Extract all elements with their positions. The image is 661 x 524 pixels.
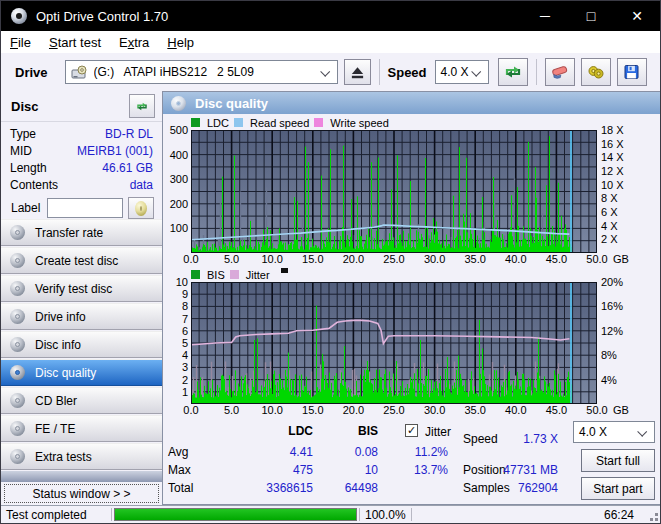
x-tick: 15.0 bbox=[302, 253, 323, 265]
legend-swatch-jitter bbox=[230, 270, 239, 279]
x-axis: 0.05.010.015.020.025.030.035.040.045.050… bbox=[191, 404, 597, 417]
chevron-down-icon bbox=[320, 66, 330, 76]
y-tick: 8% bbox=[601, 349, 617, 361]
sidebar-item-label: Transfer rate bbox=[35, 226, 103, 240]
avg-jitter-value: 11.2% bbox=[378, 445, 448, 459]
menu-item-extra[interactable]: Extra bbox=[110, 31, 158, 53]
y-tick: 10 bbox=[176, 276, 188, 288]
disc-label-button[interactable] bbox=[128, 197, 154, 219]
sidebar-item-transfer-rate[interactable]: Transfer rate bbox=[1, 219, 162, 246]
refresh-button[interactable] bbox=[498, 58, 528, 86]
max-row-label: Max bbox=[168, 463, 191, 477]
total-ldc-value: 3368615 bbox=[223, 481, 313, 495]
legend-label: Write speed bbox=[330, 117, 389, 129]
ldc-column-header: LDC bbox=[223, 424, 313, 438]
x-tick: 20.0 bbox=[343, 404, 364, 416]
y-tick: 500 bbox=[170, 124, 188, 136]
avg-bis-value: 0.08 bbox=[323, 445, 378, 459]
start-full-button[interactable]: Start full bbox=[581, 449, 655, 472]
main-panel: Disc quality LDCRead speedWrite speed 50… bbox=[162, 91, 660, 505]
save-button[interactable] bbox=[617, 58, 647, 86]
total-bis-value: 64498 bbox=[323, 481, 378, 495]
resize-grip[interactable] bbox=[655, 518, 658, 521]
sidebar-item-fe-te[interactable]: FE / TE bbox=[1, 415, 162, 442]
samples-stat-value: 762904 bbox=[488, 481, 558, 495]
disc-field-type: TypeBD-R DL bbox=[1, 125, 162, 142]
erase-disc-button[interactable] bbox=[545, 58, 575, 86]
speed-select[interactable]: 4.0 X bbox=[435, 60, 489, 84]
chart-block: LDCRead speedWrite speed 500400300200100… bbox=[163, 115, 660, 266]
sidebar-item-disc-info[interactable]: Disc info bbox=[1, 331, 162, 358]
legend-label: Jitter bbox=[246, 269, 270, 281]
y-tick: 7 bbox=[182, 313, 188, 325]
eject-button[interactable] bbox=[344, 59, 371, 85]
sidebar-item-label: Extra tests bbox=[35, 450, 92, 464]
cd-icon bbox=[10, 365, 25, 380]
minimize-button[interactable]: ─ bbox=[522, 1, 568, 31]
chart-block: BISJitter 10987654321 20%16%12%8%4% 0.05… bbox=[163, 267, 660, 417]
sidebar-item-label: Disc info bbox=[35, 338, 81, 352]
legend-marker-icon bbox=[281, 268, 288, 273]
x-tick: 25.0 bbox=[383, 253, 404, 265]
y-tick: 200 bbox=[170, 198, 188, 210]
legend-swatch-read-speed bbox=[234, 118, 243, 127]
cd-icon bbox=[10, 393, 25, 408]
sidebar-item-drive-info[interactable]: Drive info bbox=[1, 303, 162, 330]
disc-field-length: Length46.61 GB bbox=[1, 159, 162, 176]
y-tick: 18 X bbox=[601, 124, 624, 136]
stats-area: LDC BIS ✓ Jitter Avg 4.41 0.08 11.2% Max… bbox=[163, 420, 660, 504]
menu-item-file[interactable]: File bbox=[1, 31, 40, 53]
start-part-button[interactable]: Start part bbox=[581, 477, 655, 500]
y-tick: 8 bbox=[182, 300, 188, 312]
close-button[interactable]: ✕ bbox=[614, 1, 660, 31]
chart-legend: BISJitter bbox=[191, 267, 660, 282]
menu-item-start-test[interactable]: Start test bbox=[40, 31, 110, 53]
drive-value: (G:) ATAPI iHBS212 2 5L09 bbox=[94, 65, 254, 79]
speed-label: Speed bbox=[388, 65, 427, 80]
menu-item-help[interactable]: Help bbox=[158, 31, 203, 53]
disc-refresh-button[interactable] bbox=[129, 94, 155, 118]
cd-icon bbox=[10, 309, 25, 324]
drive-select[interactable]: (G:) ATAPI iHBS212 2 5L09 bbox=[65, 60, 338, 84]
sidebar-item-create-test-disc[interactable]: Create test disc bbox=[1, 247, 162, 274]
test-speed-select[interactable]: 4.0 X bbox=[573, 421, 655, 443]
sidebar-item-cd-bler[interactable]: CD Bler bbox=[1, 387, 162, 414]
avg-row-label: Avg bbox=[168, 445, 188, 459]
sidebar: Disc TypeBD-R DLMIDMEIRB1 (001)Length46.… bbox=[1, 91, 162, 505]
eject-icon bbox=[350, 65, 365, 80]
sidebar-item-label: Verify test disc bbox=[35, 282, 112, 296]
speed-stat-value: 1.73 X bbox=[488, 432, 558, 446]
status-bar: Test completed 100.0% 66:24 bbox=[1, 505, 660, 523]
field-value: data bbox=[130, 178, 153, 192]
x-axis: 0.05.010.015.020.025.030.035.040.045.050… bbox=[191, 253, 597, 266]
app-disc-icon bbox=[11, 8, 27, 24]
connector-button[interactable] bbox=[581, 58, 611, 86]
drive-label: Drive bbox=[15, 65, 48, 80]
x-tick: 10.0 bbox=[261, 253, 282, 265]
legend-swatch-ldc bbox=[191, 118, 200, 127]
y-tick: 4% bbox=[601, 374, 617, 386]
disc-label-input[interactable] bbox=[47, 198, 123, 218]
sidebar-item-extra-tests[interactable]: Extra tests bbox=[1, 443, 162, 470]
sidebar-item-label: Disc quality bbox=[35, 366, 96, 380]
x-tick: 35.0 bbox=[464, 253, 485, 265]
y-tick: 16% bbox=[601, 300, 623, 312]
panel-title: Disc quality bbox=[195, 96, 268, 111]
jitter-checkbox[interactable]: ✓ bbox=[405, 424, 418, 437]
cd-icon bbox=[10, 225, 25, 240]
maximize-button[interactable]: □ bbox=[568, 1, 614, 31]
x-tick: 25.0 bbox=[383, 404, 404, 416]
sidebar-item-disc-quality[interactable]: Disc quality bbox=[1, 359, 162, 386]
field-label: Length bbox=[10, 161, 47, 175]
status-window-button[interactable]: Status window > > bbox=[4, 484, 159, 503]
divider bbox=[1, 121, 162, 122]
y-tick: 5 bbox=[182, 337, 188, 349]
menu-bar: FileStart testExtraHelp bbox=[1, 31, 660, 53]
y-tick: 16 X bbox=[601, 138, 624, 150]
sidebar-item-verify-test-disc[interactable]: Verify test disc bbox=[1, 275, 162, 302]
field-value: BD-R DL bbox=[105, 127, 153, 141]
y-tick: 4 X bbox=[601, 220, 618, 232]
elapsed-time: 66:24 bbox=[604, 508, 634, 522]
y-tick: 300 bbox=[170, 173, 188, 185]
app-window: Opti Drive Control 1.70 ─ □ ✕ FileStart … bbox=[0, 0, 661, 524]
